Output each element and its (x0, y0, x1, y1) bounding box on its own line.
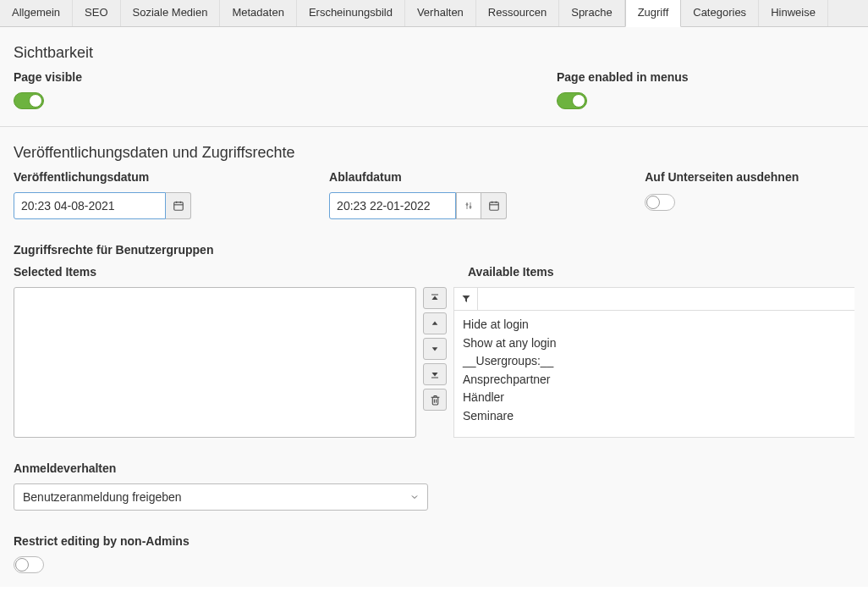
tab-bar: AllgemeinSEOSoziale MedienMetadatenErsch… (0, 0, 868, 27)
available-item[interactable]: Ansprechpartner (463, 371, 846, 389)
tab-verhalten[interactable]: Verhalten (405, 0, 476, 26)
arrow-up-icon (431, 319, 439, 328)
svg-marker-13 (432, 296, 438, 301)
available-items-box: Hide at loginShow at any login__Usergrou… (453, 311, 854, 438)
tab-erscheinungsbild[interactable]: Erscheinungsbild (297, 0, 405, 26)
button-filter[interactable] (453, 287, 477, 311)
label-restrict-editing: Restrict editing by non-Admins (14, 534, 854, 548)
label-available-items: Available Items (468, 265, 854, 279)
toggle-page-visible[interactable] (14, 92, 44, 109)
tab-sprache[interactable]: Sprache (559, 0, 624, 26)
toggle-restrict-editing[interactable] (14, 556, 44, 573)
arrow-top-icon (430, 293, 440, 303)
select-login-behavior[interactable]: Benutzeranmeldung freigeben (14, 483, 428, 511)
divider (0, 126, 868, 127)
tab-allgemein[interactable]: Allgemein (0, 0, 73, 26)
label-page-visible: Page visible (14, 70, 311, 84)
toggle-page-enabled[interactable] (557, 92, 587, 109)
label-pub-date: Veröffentlichungsdatum (14, 170, 304, 184)
available-item[interactable]: Seminare (463, 407, 846, 426)
arrow-down-icon (431, 345, 439, 353)
tab-metadaten[interactable]: Metadaten (220, 0, 296, 26)
panel-zugriff: Sichtbarkeit Page visible Page enabled i… (0, 27, 868, 587)
svg-rect-12 (431, 295, 438, 296)
svg-marker-14 (432, 322, 438, 325)
available-item[interactable]: Händler (463, 389, 846, 407)
input-pub-date[interactable] (14, 192, 166, 219)
label-exp-date: Ablaufdatum (329, 170, 619, 184)
svg-rect-17 (431, 378, 438, 378)
arrow-bottom-icon (430, 369, 440, 379)
svg-point-7 (470, 207, 471, 208)
svg-rect-8 (489, 202, 498, 210)
tab-zugriff[interactable]: Zugriff (625, 0, 682, 27)
trash-icon (430, 395, 441, 406)
button-exp-date-calendar[interactable] (481, 192, 507, 219)
tab-categories[interactable]: Categories (681, 0, 759, 26)
available-item[interactable]: __Usergroups:__ (463, 352, 846, 371)
svg-rect-0 (173, 202, 183, 210)
button-pub-date-calendar[interactable] (166, 192, 191, 219)
label-selected-items: Selected Items (14, 265, 434, 279)
heading-publish: Veröffentlichungsdaten und Zugriffsrecht… (14, 144, 854, 162)
svg-marker-15 (432, 347, 438, 351)
input-exp-date[interactable] (329, 192, 456, 219)
tab-ressourcen[interactable]: Ressourcen (476, 0, 559, 26)
svg-marker-20 (462, 296, 470, 302)
button-remove[interactable] (423, 389, 447, 411)
calendar-icon (173, 200, 184, 212)
svg-marker-16 (432, 373, 438, 377)
tab-soziale-medien[interactable]: Soziale Medien (121, 0, 221, 26)
svg-point-6 (466, 204, 468, 206)
sliders-icon (464, 201, 474, 211)
button-move-down[interactable] (423, 338, 447, 360)
heading-visibility: Sichtbarkeit (14, 44, 854, 62)
label-login-behavior: Anmeldeverhalten (14, 461, 854, 475)
label-extend: Auf Unterseiten ausdehnen (645, 170, 854, 184)
filter-icon (461, 294, 471, 304)
input-filter-available[interactable] (477, 287, 854, 311)
button-move-bottom[interactable] (423, 363, 447, 385)
button-move-top[interactable] (423, 287, 447, 309)
button-exp-date-clear[interactable] (456, 192, 481, 219)
tab-seo[interactable]: SEO (73, 0, 120, 26)
available-item[interactable]: Hide at login (463, 316, 846, 334)
tab-hinweise[interactable]: Hinweise (759, 0, 828, 26)
toggle-extend[interactable] (645, 194, 675, 211)
button-move-up[interactable] (423, 312, 447, 334)
available-item[interactable]: Show at any login (463, 334, 846, 353)
label-page-enabled: Page enabled in menus (557, 70, 854, 84)
label-usergroups: Zugriffsrechte für Benutzergruppen (14, 243, 854, 257)
calendar-icon (488, 200, 500, 212)
selected-items-box[interactable] (14, 287, 416, 438)
